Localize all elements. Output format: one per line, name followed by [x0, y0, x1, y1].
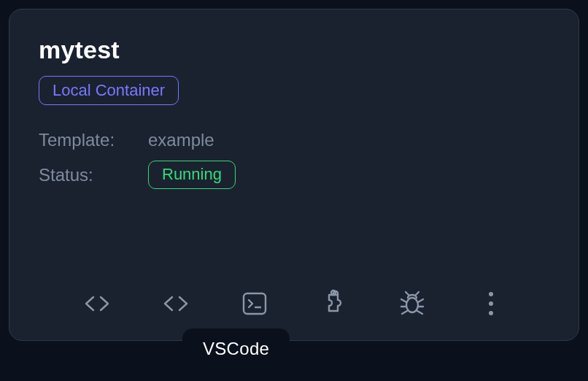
svg-point-3	[406, 298, 418, 312]
template-row: Template: example	[39, 130, 549, 150]
status-badge: Running	[148, 161, 236, 188]
debug-button[interactable]	[396, 288, 428, 320]
vscode-button[interactable]	[160, 288, 192, 320]
container-title: mytest	[39, 36, 549, 64]
svg-line-11	[416, 292, 419, 295]
extension-button[interactable]	[317, 288, 349, 320]
terminal-button[interactable]	[239, 288, 271, 320]
vscode-tooltip: VSCode	[182, 328, 290, 369]
debug-icon	[398, 289, 427, 318]
svg-line-5	[418, 299, 423, 302]
template-label: Template:	[39, 130, 148, 150]
more-button[interactable]	[475, 288, 507, 320]
code-button[interactable]	[81, 288, 113, 320]
more-icon	[489, 292, 493, 315]
code-icon	[82, 289, 112, 318]
template-value: example	[148, 130, 214, 150]
status-row: Status: Running	[39, 161, 549, 188]
action-toolbar	[9, 288, 579, 320]
container-card: mytest Local Container Template: example…	[9, 9, 579, 341]
svg-rect-0	[244, 293, 266, 314]
svg-line-8	[402, 311, 407, 314]
terminal-icon	[240, 289, 269, 318]
container-type-badge: Local Container	[39, 76, 179, 105]
vscode-icon	[161, 289, 190, 318]
svg-line-9	[417, 311, 422, 314]
svg-line-4	[401, 299, 406, 302]
extension-icon	[319, 289, 348, 318]
status-label: Status:	[39, 165, 148, 185]
svg-line-10	[406, 292, 409, 295]
